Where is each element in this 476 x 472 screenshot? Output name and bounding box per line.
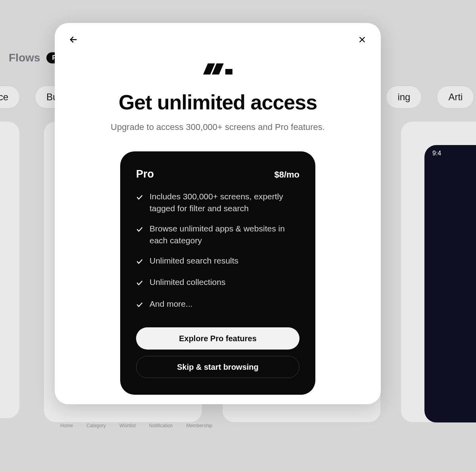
nav-item-home[interactable]: Home xyxy=(60,423,73,428)
plan-price: $8/mo xyxy=(274,170,299,180)
feature-item: And more... xyxy=(136,298,299,311)
back-button[interactable] xyxy=(66,32,81,48)
nav-item-membership[interactable]: Membership xyxy=(186,423,212,428)
close-button[interactable] xyxy=(355,32,370,48)
check-icon xyxy=(136,300,143,311)
nav-item-category[interactable]: Category xyxy=(86,423,106,428)
check-icon xyxy=(136,278,143,290)
modal-topbar xyxy=(55,23,381,48)
feature-list: Includes 300,000+ screens, expertly tagg… xyxy=(136,191,299,311)
upgrade-modal: Get unlimited access Upgrade to access 3… xyxy=(55,23,381,404)
skip-button[interactable]: Skip & start browsing xyxy=(136,356,299,378)
peek-bottom-nav: Home Category Wishlist Notification Memb… xyxy=(60,423,212,428)
feature-item: Includes 300,000+ screens, expertly tagg… xyxy=(136,191,299,215)
feature-text: Unlimited collections xyxy=(150,276,225,288)
check-icon xyxy=(136,192,143,204)
nav-item-wishlist[interactable]: Wishlist xyxy=(119,423,136,428)
check-icon xyxy=(136,256,143,268)
plan-card: Pro $8/mo Includes 300,000+ screens, exp… xyxy=(120,151,315,395)
modal-body: Get unlimited access Upgrade to access 3… xyxy=(55,48,381,395)
feature-text: Unlimited search results xyxy=(150,255,238,267)
arrow-left-icon xyxy=(69,35,78,45)
plan-header: Pro $8/mo xyxy=(136,168,299,180)
feature-text: And more... xyxy=(150,298,193,310)
svg-rect-5 xyxy=(225,69,232,75)
plan-buttons: Explore Pro features Skip & start browsi… xyxy=(136,327,299,378)
explore-pro-button[interactable]: Explore Pro features xyxy=(136,327,299,350)
feature-item: Unlimited collections xyxy=(136,276,299,290)
modal-title: Get unlimited access xyxy=(119,90,317,114)
plan-name: Pro xyxy=(136,168,154,180)
close-icon xyxy=(358,36,366,45)
modal-overlay: Get unlimited access Upgrade to access 3… xyxy=(0,0,476,472)
modal-subtitle: Upgrade to access 300,000+ screens and P… xyxy=(111,122,325,132)
feature-item: Unlimited search results xyxy=(136,255,299,268)
feature-text: Browse unlimited apps & websites in each… xyxy=(150,223,299,247)
nav-item-notification[interactable]: Notification xyxy=(149,423,173,428)
feature-text: Includes 300,000+ screens, expertly tagg… xyxy=(150,191,299,215)
brand-logo-icon xyxy=(203,59,232,75)
check-icon xyxy=(136,224,143,236)
feature-item: Browse unlimited apps & websites in each… xyxy=(136,223,299,247)
